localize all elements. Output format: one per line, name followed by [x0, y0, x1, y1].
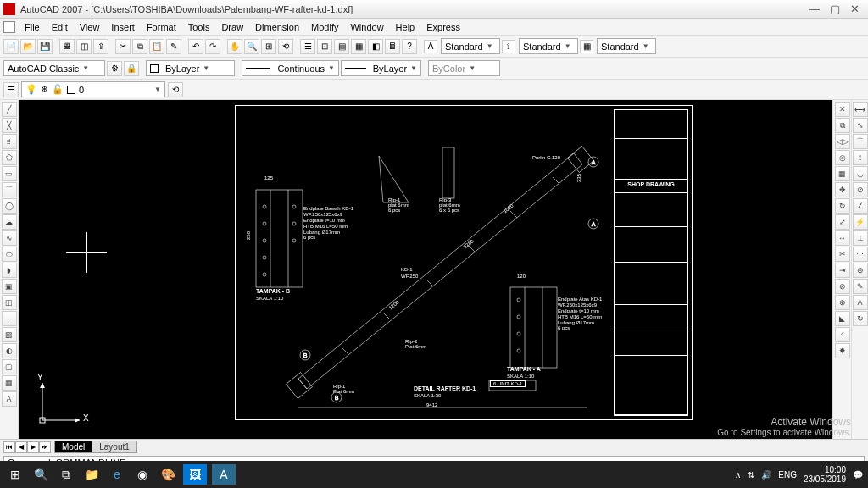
markup-icon[interactable]: ◧ [368, 39, 383, 54]
tray-up-icon[interactable]: ∧ [735, 470, 741, 480]
dimarc-icon[interactable]: ⌒ [853, 134, 868, 149]
minimize-button[interactable]: — [809, 3, 820, 15]
table-icon[interactable]: ▦ [2, 375, 17, 391]
zoom-prev-icon[interactable]: ⟲ [278, 39, 293, 54]
paint-icon[interactable]: 🎨 [158, 464, 178, 485]
menu-view[interactable]: View [74, 20, 106, 34]
pan-icon[interactable]: ✋ [227, 39, 242, 54]
new-icon[interactable]: 📄 [3, 39, 19, 54]
ellipse-icon[interactable]: ⬭ [2, 247, 17, 262]
tab-layout1[interactable]: Layout1 [92, 441, 137, 453]
tab-prev-icon[interactable]: ◀ [15, 441, 27, 453]
ellipsearc-icon[interactable]: ◗ [2, 263, 17, 278]
tab-next-icon[interactable]: ▶ [27, 441, 39, 453]
layer-dropdown[interactable]: 💡 ❄ 🔓 0 ▼ [21, 81, 165, 97]
tpalette-icon[interactable]: ▤ [334, 39, 349, 54]
break-icon[interactable]: ⊘ [835, 279, 850, 294]
menu-window[interactable]: Window [344, 20, 389, 34]
workspace-lock-icon[interactable]: 🔒 [124, 61, 139, 76]
dimord-icon[interactable]: ⟟ [853, 150, 868, 165]
tray-notifications-icon[interactable]: 💬 [853, 470, 863, 480]
dimedit-icon[interactable]: ✎ [853, 279, 868, 294]
scale-icon[interactable]: ⤢ [835, 214, 850, 230]
rotate-icon[interactable]: ↻ [835, 198, 850, 214]
tray-lang[interactable]: ENG [778, 470, 797, 480]
hatch-icon[interactable]: ▨ [2, 327, 17, 342]
layer-prev-icon[interactable]: ⟲ [168, 82, 183, 97]
layer-color-dropdown[interactable]: ByLayer▼ [146, 60, 235, 76]
menu-express[interactable]: Express [420, 20, 466, 34]
zoom-rt-icon[interactable]: 🔍 [244, 39, 259, 54]
stretch-icon[interactable]: ↔ [835, 230, 850, 246]
photos-icon[interactable]: 🖼 [183, 464, 207, 485]
tray-clock[interactable]: 10:00 23/05/2019 [804, 465, 846, 484]
textstyle-dropdown[interactable]: Standard▼ [441, 38, 500, 54]
explorer-icon[interactable]: 📁 [81, 464, 102, 485]
search-icon[interactable]: 🔍 [31, 464, 51, 485]
mirror-icon[interactable]: ◁▷ [835, 134, 850, 149]
copy2-icon[interactable]: ⧉ [835, 118, 850, 133]
plot-preview-icon[interactable]: ◫ [76, 39, 92, 54]
rectangle-icon[interactable]: ▭ [2, 166, 17, 181]
tray-net-icon[interactable]: ⇅ [748, 470, 754, 480]
gradient-icon[interactable]: ◐ [2, 343, 17, 358]
properties-icon[interactable]: ☰ [300, 39, 315, 54]
tablestyle-dropdown[interactable]: Standard▼ [597, 38, 656, 54]
dimstyle-dropdown[interactable]: Standard▼ [519, 38, 578, 54]
fillet-icon[interactable]: ◜ [835, 327, 850, 342]
menu-modify[interactable]: Modify [305, 20, 344, 34]
dimdia-icon[interactable]: ⊘ [853, 182, 868, 197]
redo-icon[interactable]: ↷ [205, 39, 220, 54]
publish-icon[interactable]: ⇪ [93, 39, 108, 54]
line-icon[interactable]: ╱ [2, 102, 17, 117]
dimstyle-icon[interactable]: ⟟ [502, 40, 515, 53]
offset-icon[interactable]: ◎ [835, 150, 850, 165]
explode-icon[interactable]: ✸ [835, 343, 850, 358]
dimbase-icon[interactable]: ⊥ [853, 230, 868, 246]
dimrad-icon[interactable]: ◡ [853, 166, 868, 181]
menu-insert[interactable]: Insert [105, 20, 141, 34]
autocad-taskbar-icon[interactable]: A [212, 464, 236, 485]
menu-dimension[interactable]: Dimension [249, 20, 305, 34]
help-icon[interactable]: ? [402, 39, 417, 54]
move-icon[interactable]: ✥ [835, 182, 850, 197]
tab-model[interactable]: Model [54, 441, 92, 453]
close-button[interactable]: ✕ [850, 3, 860, 15]
tablestyle-icon[interactable]: ▦ [580, 40, 593, 53]
polygon-icon[interactable]: ⬠ [2, 150, 17, 165]
dimtedit-icon[interactable]: A [853, 295, 868, 310]
dimqck-icon[interactable]: ⚡ [853, 214, 868, 230]
print-icon[interactable]: 🖶 [59, 39, 75, 54]
undo-icon[interactable]: ↶ [188, 39, 203, 54]
extend-icon[interactable]: ⇥ [835, 263, 850, 278]
dimang-icon[interactable]: ∠ [853, 198, 868, 214]
dimupd-icon[interactable]: ↻ [853, 311, 868, 326]
zoom-win-icon[interactable]: ⊞ [261, 39, 276, 54]
menu-format[interactable]: Format [141, 20, 182, 34]
drawing-canvas[interactable]: A A B B TAMPAK - B SKALA 1:10 TAMPAK - A… [19, 100, 832, 439]
ssm-icon[interactable]: ▦ [351, 39, 366, 54]
array-icon[interactable]: ▦ [835, 166, 850, 181]
dimcont-icon[interactable]: ⋯ [853, 247, 868, 262]
paste-icon[interactable]: 📋 [149, 39, 164, 54]
arc-icon[interactable]: ⌒ [2, 182, 17, 197]
menu-draw[interactable]: Draw [215, 20, 249, 34]
revcloud-icon[interactable]: ☁ [2, 214, 17, 230]
workspace-settings-icon[interactable]: ⚙ [107, 61, 122, 76]
menu-tools[interactable]: Tools [182, 20, 216, 34]
insert-icon[interactable]: ▣ [2, 279, 17, 294]
mtext-icon[interactable]: A [2, 391, 17, 407]
dimcen-icon[interactable]: ⊕ [853, 263, 868, 278]
erase-icon[interactable]: ✕ [835, 102, 850, 117]
calc-icon[interactable]: 🖩 [385, 39, 400, 54]
chrome-icon[interactable]: ◉ [132, 464, 153, 485]
join-icon[interactable]: ⊕ [835, 295, 850, 310]
dimalign-icon[interactable]: ⤡ [853, 118, 868, 133]
match-icon[interactable]: ✎ [166, 39, 181, 54]
layer-manager-icon[interactable]: ☰ [3, 82, 19, 97]
start-button[interactable]: ⊞ [5, 464, 25, 485]
pline-icon[interactable]: Ⲷ [2, 134, 17, 149]
linetype-dropdown[interactable]: Continuous▼ [242, 60, 339, 76]
dcenter-icon[interactable]: ⊡ [317, 39, 332, 54]
region-icon[interactable]: ▢ [2, 359, 17, 374]
